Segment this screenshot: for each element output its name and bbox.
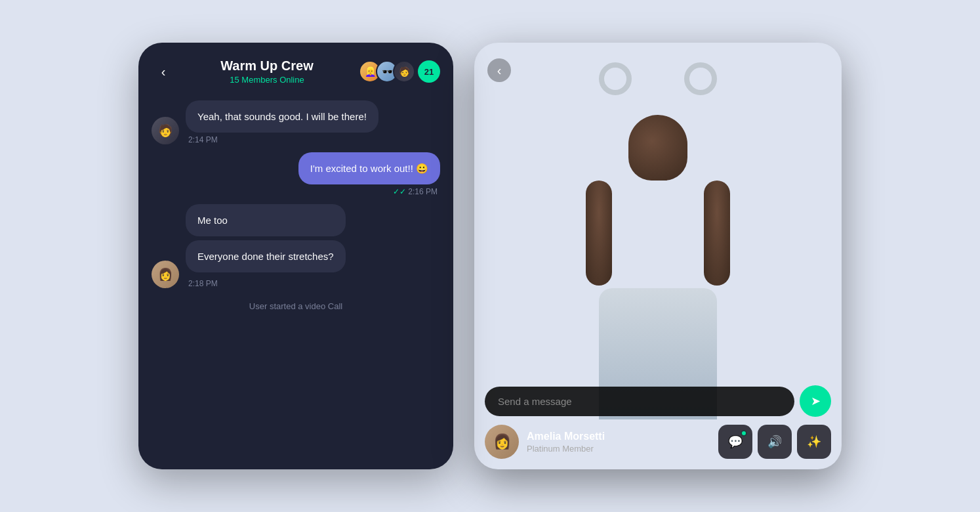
user-info-row: 👩 Amelia Morsetti Platinum Member 💬 🔊 ✨ — [485, 425, 831, 459]
sender-avatar-1: 🧑 — [152, 117, 179, 144]
group-name: Warm Up Crew — [183, 58, 351, 74]
athlete-arm-right — [704, 181, 730, 286]
message-input-row: Send a message ➤ — [485, 385, 831, 417]
ring-left — [599, 62, 632, 95]
gym-rings — [599, 62, 717, 95]
user-text: Amelia Morsetti Platinum Member — [527, 431, 710, 454]
member-count-badge: 21 — [418, 60, 440, 83]
user-avatar: 👩 — [485, 425, 519, 459]
user-name: Amelia Morsetti — [527, 431, 710, 442]
back-button[interactable]: ‹ — [152, 60, 175, 83]
volume-button[interactable]: 🔊 — [758, 425, 792, 459]
user-rank: Platinum Member — [527, 444, 710, 454]
sender-avatar-2: 👩 — [152, 261, 179, 288]
message-input[interactable]: Send a message — [485, 387, 794, 416]
message-bubble-stretches: Everyone done their stretches? — [186, 240, 346, 272]
athlete-figure — [579, 115, 737, 364]
back-button-video[interactable]: ‹ — [487, 58, 511, 82]
video-call-screen: ‹ Send a message ➤ 👩 Amelia Morsetti Pla… — [474, 43, 842, 469]
message-row: 🧑 Yeah, that sounds good. I will be ther… — [152, 100, 440, 144]
message-time: 2:14 PM — [186, 135, 378, 144]
athlete-arm-left — [586, 181, 612, 286]
effects-button[interactable]: ✨ — [797, 425, 831, 459]
video-bottom-controls: Send a message ➤ 👩 Amelia Morsetti Plati… — [474, 375, 842, 469]
member-avatars: 👱‍♀️ 🕶️ 🧑 21 — [359, 60, 440, 83]
chat-button[interactable]: 💬 — [718, 425, 752, 459]
chat-header: ‹ Warm Up Crew 15 Members Online 👱‍♀️ 🕶️… — [138, 43, 453, 95]
athlete-head — [628, 115, 687, 181]
send-button[interactable]: ➤ — [800, 385, 831, 417]
system-message: User started a video Call — [152, 296, 440, 316]
send-icon: ➤ — [811, 394, 821, 408]
message-bubble: I'm excited to work out!! 😀 — [298, 152, 440, 184]
message-content: I'm excited to work out!! 😀 ✓✓ 2:16 PM — [298, 152, 440, 196]
message-time: 2:18 PM — [186, 279, 346, 288]
message-bubble: Yeah, that sounds good. I will be there! — [186, 100, 378, 133]
message-content: Me too Everyone done their stretches? 2:… — [186, 204, 346, 288]
messages-list: 🧑 Yeah, that sounds good. I will be ther… — [138, 95, 453, 469]
chat-screen: ‹ Warm Up Crew 15 Members Online 👱‍♀️ 🕶️… — [138, 43, 453, 469]
message-bubble-metoo: Me too — [186, 204, 346, 236]
read-checkmark: ✓✓ — [393, 187, 408, 196]
action-buttons: 💬 🔊 ✨ — [718, 425, 831, 459]
message-content: Yeah, that sounds good. I will be there!… — [186, 100, 378, 144]
ring-right — [684, 62, 717, 95]
members-online: 15 Members Online — [183, 75, 351, 85]
notification-dot — [741, 430, 747, 437]
message-row: I'm excited to work out!! 😀 ✓✓ 2:16 PM — [152, 152, 440, 196]
message-time: ✓✓ 2:16 PM — [298, 187, 440, 196]
message-row: 👩 Me too Everyone done their stretches? … — [152, 204, 440, 288]
member-avatar-3: 🧑 — [393, 60, 415, 83]
group-info: Warm Up Crew 15 Members Online — [183, 58, 351, 85]
